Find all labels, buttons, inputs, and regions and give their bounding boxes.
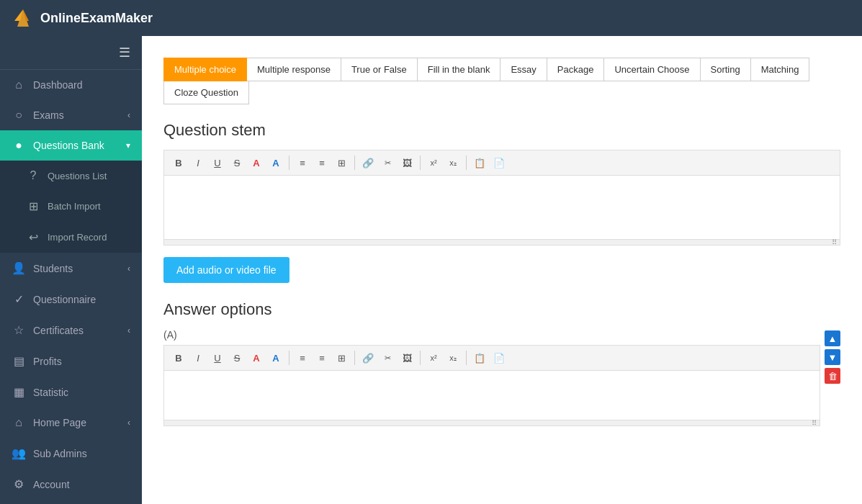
paste-button[interactable]: 📄 — [490, 154, 508, 171]
answer-option-a-container: (A) B I U S A A ≡ ≡ ⊞ 🔗 ✂ 🖼 — [163, 329, 840, 426]
sidebar-label-dashboard: Dashboard — [33, 79, 83, 91]
batch-import-icon: ⊞ — [26, 199, 40, 213]
copy-button[interactable]: 📋 — [471, 154, 488, 171]
tab-package[interactable]: Package — [547, 58, 605, 81]
strikethrough-button[interactable]: S — [228, 154, 246, 171]
exams-icon: ○ — [12, 109, 26, 122]
sidebar-label-students: Students — [33, 263, 73, 274]
add-media-button[interactable]: Add audio or video file — [163, 257, 289, 283]
underline-button[interactable]: U — [209, 154, 226, 171]
sidebar: ☰ ⌂ Dashboard ○ Exams ‹ ● Questions Bank… — [0, 36, 142, 504]
tab-cloze-question[interactable]: Cloze Question — [163, 81, 249, 104]
answer-a-unlink[interactable]: ✂ — [379, 349, 396, 366]
account-icon: ⚙ — [12, 477, 26, 491]
sidebar-item-import-record[interactable]: ↩ Import Record — [0, 222, 142, 253]
statistic-icon: ▦ — [12, 385, 26, 399]
chevron-questions-bank: ▾ — [126, 140, 130, 150]
sidebar-label-import-record: Import Record — [48, 232, 107, 243]
sidebar-item-questions-bank[interactable]: ● Questions Bank ▾ — [0, 130, 142, 161]
answer-a-sep-2 — [354, 351, 355, 365]
tab-essay[interactable]: Essay — [500, 58, 547, 81]
answer-a-input[interactable] — [163, 370, 820, 420]
questionnaire-icon: ✓ — [12, 292, 26, 306]
answer-a-delete-button[interactable]: 🗑 — [825, 368, 840, 384]
question-stem-title: Question stem — [163, 121, 840, 140]
tab-sorting[interactable]: Sorting — [700, 58, 751, 81]
tab-multiple-choice[interactable]: Multiple choice — [163, 58, 247, 81]
chevron-home-page: ‹ — [127, 418, 130, 428]
answer-a-up-button[interactable]: ▲ — [825, 330, 840, 346]
sidebar-item-sub-admins[interactable]: 👥 Sub Admins — [0, 438, 142, 469]
question-stem-input[interactable] — [163, 175, 840, 240]
sidebar-item-certificates[interactable]: ☆ Certificates ‹ — [0, 315, 142, 346]
answer-a-paste[interactable]: 📄 — [490, 349, 508, 366]
question-stem-resize[interactable]: ⠿ — [163, 240, 840, 246]
answer-a-subscript[interactable]: x₂ — [444, 349, 462, 366]
tab-fill-in-the-blank[interactable]: Fill in the blank — [417, 58, 501, 81]
answer-a-unordered-list[interactable]: ≡ — [313, 349, 331, 366]
question-stem-editor-wrapper: B I U S A A ≡ ≡ ⊞ 🔗 ✂ 🖼 x² x₂ 📋 📄 — [163, 150, 840, 246]
questions-bank-icon: ● — [12, 139, 26, 152]
superscript-button[interactable]: x² — [425, 154, 442, 171]
bold-button[interactable]: B — [170, 154, 187, 171]
sidebar-label-certificates: Certificates — [33, 325, 84, 336]
sidebar-item-statistic[interactable]: ▦ Statistic — [0, 377, 142, 408]
answer-a-sep-3 — [420, 351, 421, 365]
answer-a-image[interactable]: 🖼 — [398, 349, 416, 366]
sidebar-label-profits: Profits — [33, 356, 62, 367]
link-button[interactable]: 🔗 — [359, 154, 377, 171]
subscript-button[interactable]: x₂ — [444, 154, 462, 171]
sidebar-label-statistic: Statistic — [33, 387, 68, 398]
answer-a-link[interactable]: 🔗 — [359, 349, 377, 366]
sidebar-item-dashboard[interactable]: ⌂ Dashboard — [0, 70, 142, 100]
answer-a-highlight[interactable]: A — [267, 349, 284, 366]
answer-a-arrows: ▲ ▼ 🗑 — [825, 329, 840, 384]
sidebar-item-batch-import[interactable]: ⊞ Batch Import — [0, 191, 142, 222]
highlight-button[interactable]: A — [267, 154, 284, 171]
answer-a-color[interactable]: A — [248, 349, 265, 366]
sidebar-item-account[interactable]: ⚙ Account — [0, 469, 142, 500]
sidebar-item-questions-list[interactable]: ? Questions List — [0, 161, 142, 191]
answer-a-copy[interactable]: 📋 — [471, 349, 488, 366]
unlink-button[interactable]: ✂ — [379, 154, 396, 171]
chevron-exams: ‹ — [127, 110, 130, 120]
hamburger-icon[interactable]: ☰ — [119, 45, 130, 60]
question-stem-toolbar: B I U S A A ≡ ≡ ⊞ 🔗 ✂ 🖼 x² x₂ 📋 📄 — [163, 150, 840, 175]
header: OnlineExamMaker — [0, 0, 862, 36]
sidebar-item-settings[interactable]: ⚙ Settings — [0, 500, 142, 504]
answer-a-underline[interactable]: U — [209, 349, 226, 366]
sidebar-item-questionnaire[interactable]: ✓ Questionnaire — [0, 284, 142, 315]
italic-button[interactable]: I — [189, 154, 207, 171]
sidebar-item-home-page[interactable]: ⌂ Home Page ‹ — [0, 408, 142, 438]
indent-button[interactable]: ⊞ — [333, 154, 350, 171]
image-button[interactable]: 🖼 — [398, 154, 416, 171]
sidebar-item-students[interactable]: 👤 Students ‹ — [0, 253, 142, 284]
ordered-list-button[interactable]: ≡ — [294, 154, 311, 171]
question-type-tabs: Multiple choice Multiple response True o… — [163, 58, 840, 104]
tab-uncertain-choose[interactable]: Uncertain Choose — [603, 58, 700, 81]
tab-true-or-false[interactable]: True or False — [341, 58, 418, 81]
tab-matching[interactable]: Matching — [750, 58, 810, 81]
answer-a-ordered-list[interactable]: ≡ — [294, 349, 311, 366]
answer-a-indent[interactable]: ⊞ — [333, 349, 350, 366]
answer-a-down-button[interactable]: ▼ — [825, 349, 840, 365]
answer-a-strikethrough[interactable]: S — [228, 349, 246, 366]
toolbar-sep-1 — [289, 156, 289, 170]
tab-multiple-response[interactable]: Multiple response — [246, 58, 341, 81]
questions-list-icon: ? — [26, 169, 40, 182]
answer-a-superscript[interactable]: x² — [425, 349, 442, 366]
dashboard-icon: ⌂ — [12, 78, 26, 91]
sidebar-label-account: Account — [33, 479, 70, 490]
color-button[interactable]: A — [248, 154, 265, 171]
answer-a-bold[interactable]: B — [170, 349, 187, 366]
answer-a-resize[interactable]: ⠿ — [163, 420, 820, 426]
sidebar-item-profits[interactable]: ▤ Profits — [0, 346, 142, 377]
sidebar-item-exams[interactable]: ○ Exams ‹ — [0, 100, 142, 130]
answer-a-italic[interactable]: I — [189, 349, 207, 366]
sidebar-label-sub-admins: Sub Admins — [33, 448, 87, 459]
toolbar-sep-4 — [466, 156, 467, 170]
unordered-list-button[interactable]: ≡ — [313, 154, 331, 171]
sidebar-toggle[interactable]: ☰ — [0, 36, 142, 70]
toolbar-sep-2 — [354, 156, 355, 170]
students-icon: 👤 — [12, 261, 26, 275]
